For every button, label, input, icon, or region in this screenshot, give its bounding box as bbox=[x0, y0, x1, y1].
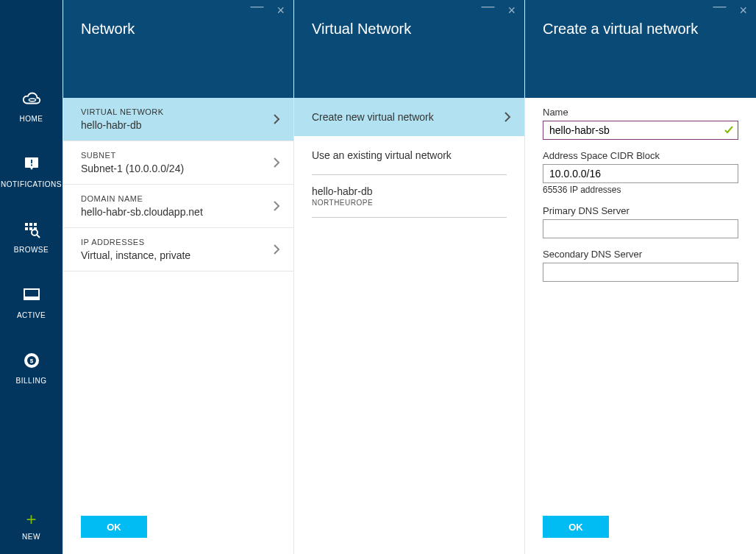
item-value: Virtual, instance, private bbox=[81, 249, 258, 261]
list-item-subnet[interactable]: SUBNET Subnet-1 (10.0.0.0/24) bbox=[63, 141, 293, 185]
list-item-virtual-network[interactable]: VIRTUAL NETWORK hello-habr-db bbox=[63, 98, 293, 141]
sidebar-item-notifications[interactable]: NOTIFICATIONS bbox=[0, 154, 63, 188]
option-label: Create new virtual network bbox=[312, 111, 434, 123]
svg-rect-3 bbox=[25, 223, 28, 226]
browse-icon bbox=[21, 219, 42, 240]
chevron-right-icon bbox=[273, 157, 280, 168]
active-icon bbox=[21, 285, 42, 305]
svg-rect-5 bbox=[34, 223, 37, 226]
item-value: hello-habr-sb.cloudapp.net bbox=[81, 206, 258, 218]
minimize-icon[interactable]: — bbox=[477, 0, 499, 15]
sidebar-label-notifications: NOTIFICATIONS bbox=[1, 180, 62, 188]
panel-create-vnet: — × Create a virtual network Name Addres… bbox=[524, 0, 756, 554]
sidebar-label-new: NEW bbox=[22, 533, 40, 541]
sidebar-label-browse: BROWSE bbox=[14, 246, 49, 254]
panel-title: Create a virtual network bbox=[543, 21, 738, 38]
panel-title: Network bbox=[81, 21, 276, 38]
sidebar-label-billing: BILLING bbox=[16, 377, 47, 385]
option-use-existing-vnet: Use an existing virtual network bbox=[294, 136, 524, 174]
ok-button[interactable]: OK bbox=[81, 516, 147, 538]
secondary-dns-input[interactable] bbox=[543, 263, 738, 282]
chevron-right-icon bbox=[504, 111, 511, 123]
svg-point-0 bbox=[29, 99, 35, 102]
item-label: DOMAIN NAME bbox=[81, 194, 258, 203]
close-icon[interactable]: × bbox=[503, 1, 520, 20]
notification-icon bbox=[21, 154, 42, 174]
sidebar: HOME NOTIFICATIONS BROWSE ACTIVE $ BILLI… bbox=[0, 0, 63, 554]
chevron-right-icon bbox=[273, 244, 280, 255]
close-icon[interactable]: × bbox=[735, 1, 752, 20]
plus-icon: + bbox=[26, 511, 36, 528]
svg-point-9 bbox=[32, 230, 38, 235]
list-item-domain-name[interactable]: DOMAIN NAME hello-habr-sb.cloudapp.net bbox=[63, 185, 293, 228]
panel-title: Virtual Network bbox=[312, 21, 507, 38]
svg-rect-12 bbox=[24, 296, 39, 299]
close-icon[interactable]: × bbox=[272, 1, 289, 20]
panel-header: — × Create a virtual network bbox=[525, 0, 756, 98]
panel-header: — × Virtual Network bbox=[294, 0, 524, 98]
item-label: SUBNET bbox=[81, 151, 258, 160]
option-label: Use an existing virtual network bbox=[312, 149, 452, 161]
sidebar-new-button[interactable]: + NEW bbox=[22, 511, 40, 554]
name-input[interactable] bbox=[543, 121, 738, 140]
billing-icon: $ bbox=[21, 350, 42, 371]
item-label: VIRTUAL NETWORK bbox=[81, 107, 258, 116]
minimize-icon[interactable]: — bbox=[708, 0, 730, 15]
cloud-icon bbox=[21, 88, 42, 109]
svg-rect-6 bbox=[25, 227, 28, 230]
secondary-dns-label: Secondary DNS Server bbox=[543, 249, 738, 260]
svg-rect-7 bbox=[29, 227, 32, 230]
checkmark-icon bbox=[724, 125, 734, 135]
sidebar-item-home[interactable]: HOME bbox=[0, 88, 63, 123]
chevron-right-icon bbox=[273, 113, 280, 125]
primary-dns-input[interactable] bbox=[543, 219, 738, 238]
cidr-hint: 65536 IP addresses bbox=[543, 185, 738, 195]
form: Name Address Space CIDR Block 65536 IP a… bbox=[525, 98, 756, 282]
option-create-new-vnet[interactable]: Create new virtual network bbox=[294, 98, 524, 136]
cidr-input[interactable] bbox=[543, 164, 738, 183]
sidebar-label-home: HOME bbox=[20, 115, 43, 123]
item-value: hello-habr-db bbox=[81, 119, 258, 131]
svg-line-10 bbox=[37, 235, 40, 238]
name-label: Name bbox=[543, 107, 738, 118]
sidebar-item-browse[interactable]: BROWSE bbox=[0, 219, 63, 254]
primary-dns-label: Primary DNS Server bbox=[543, 205, 738, 216]
panel-network: — × Network VIRTUAL NETWORK hello-habr-d… bbox=[63, 0, 293, 554]
ok-button[interactable]: OK bbox=[543, 516, 609, 538]
chevron-right-icon bbox=[273, 200, 280, 212]
svg-rect-2 bbox=[31, 165, 32, 166]
item-value: Subnet-1 (10.0.0.0/24) bbox=[81, 163, 258, 174]
existing-vnet-name: hello-habr-db bbox=[312, 185, 507, 197]
panel-virtual-network: — × Virtual Network Create new virtual n… bbox=[293, 0, 524, 554]
existing-vnet-item[interactable]: hello-habr-db NORTHEUROPE bbox=[294, 175, 524, 217]
sidebar-item-active[interactable]: ACTIVE bbox=[0, 285, 63, 319]
panel-header: — × Network bbox=[63, 0, 293, 98]
divider bbox=[312, 217, 507, 218]
list-item-ip-addresses[interactable]: IP ADDRESSES Virtual, instance, private bbox=[63, 228, 293, 271]
sidebar-item-billing[interactable]: $ BILLING bbox=[0, 350, 63, 385]
minimize-icon[interactable]: — bbox=[246, 0, 268, 15]
svg-text:$: $ bbox=[29, 358, 33, 364]
existing-vnet-location: NORTHEUROPE bbox=[312, 199, 507, 207]
svg-rect-4 bbox=[29, 223, 32, 226]
sidebar-label-active: ACTIVE bbox=[17, 311, 46, 319]
svg-rect-1 bbox=[31, 160, 32, 163]
cidr-label: Address Space CIDR Block bbox=[543, 150, 738, 161]
item-label: IP ADDRESSES bbox=[81, 238, 258, 246]
